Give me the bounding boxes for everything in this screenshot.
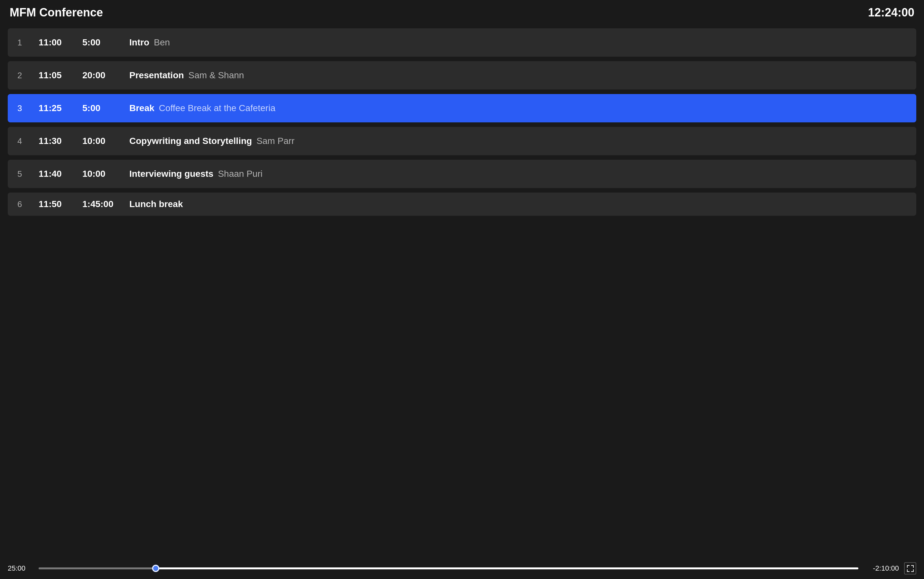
item-number: 6: [17, 200, 27, 209]
item-subtitle: Ben: [154, 38, 170, 47]
item-duration: 5:00: [82, 38, 118, 47]
item-number: 1: [17, 38, 27, 47]
time-elapsed: 25:00: [8, 564, 33, 572]
item-title: Lunch break: [129, 199, 183, 209]
item-subtitle: Sam & Shann: [189, 70, 244, 80]
item-content: PresentationSam & Shann: [129, 70, 907, 80]
fullscreen-icon: [907, 565, 913, 572]
item-title: Interviewing guests: [129, 169, 213, 179]
item-start-time: 11:25: [39, 103, 71, 113]
time-remaining: -2:10:00: [864, 564, 899, 572]
item-duration: 10:00: [82, 169, 118, 179]
progress-track[interactable]: [39, 568, 858, 569]
schedule-item[interactable]: 311:255:00BreakCoffee Break at the Cafet…: [8, 94, 916, 123]
item-number: 3: [17, 103, 27, 113]
item-start-time: 11:40: [39, 169, 71, 179]
item-content: Interviewing guestsShaan Puri: [129, 169, 907, 179]
item-duration: 1:45:00: [82, 199, 118, 209]
item-title: Presentation: [129, 70, 184, 80]
item-start-time: 11:00: [39, 38, 71, 47]
schedule-item[interactable]: 111:005:00IntroBen: [8, 28, 916, 57]
item-title: Break: [129, 103, 155, 113]
schedule-item[interactable]: 611:501:45:00Lunch break: [8, 193, 916, 216]
schedule-item[interactable]: 511:4010:00Interviewing guestsShaan Puri: [8, 160, 916, 188]
item-number: 5: [17, 169, 27, 179]
progress-remaining: [153, 568, 858, 569]
player-bar: 25:00 -2:10:00: [0, 558, 924, 579]
item-content: BreakCoffee Break at the Cafeteria: [129, 103, 907, 113]
item-duration: 5:00: [82, 103, 118, 113]
progress-filled: [39, 568, 153, 569]
item-content: Lunch break: [129, 199, 907, 209]
item-duration: 20:00: [82, 70, 118, 80]
header: MFM Conference 12:24:00: [0, 0, 924, 25]
item-start-time: 11:05: [39, 70, 71, 80]
schedule-item[interactable]: 411:3010:00Copywriting and StorytellingS…: [8, 127, 916, 155]
item-start-time: 11:50: [39, 199, 71, 209]
schedule-list: 111:005:00IntroBen211:0520:00Presentatio…: [0, 25, 924, 558]
item-duration: 10:00: [82, 136, 118, 146]
fullscreen-button[interactable]: [904, 562, 916, 574]
item-content: IntroBen: [129, 38, 907, 47]
item-content: Copywriting and StorytellingSam Parr: [129, 136, 907, 146]
item-title: Copywriting and Storytelling: [129, 136, 252, 146]
item-number: 4: [17, 136, 27, 146]
clock-display: 12:24:00: [868, 6, 914, 19]
app-title: MFM Conference: [10, 6, 103, 19]
schedule-item[interactable]: 211:0520:00PresentationSam & Shann: [8, 61, 916, 90]
item-subtitle: Sam Parr: [256, 136, 294, 146]
progress-thumb[interactable]: [152, 565, 159, 572]
item-start-time: 11:30: [39, 136, 71, 146]
item-subtitle: Coffee Break at the Cafeteria: [159, 103, 275, 113]
item-subtitle: Shaan Puri: [218, 169, 262, 179]
item-number: 2: [17, 70, 27, 80]
item-title: Intro: [129, 38, 149, 47]
